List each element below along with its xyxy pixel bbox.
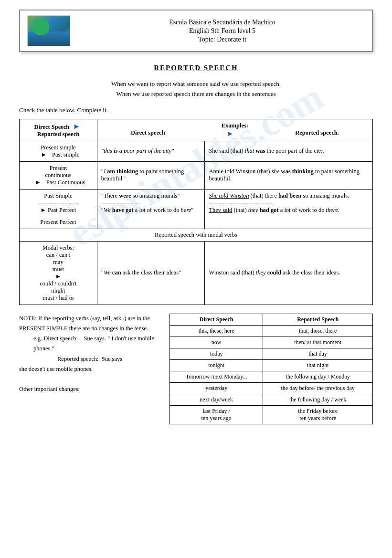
changes-table-row: tonightthat night [170,359,373,371]
changes-header-row: Direct Speech Reported Speech [170,314,373,325]
changes-table-row: this, these, herethat, those, there [170,325,373,337]
arrow-icon-1: ► [73,122,80,131]
changes-row-direct: yesterday [170,382,263,394]
modal-header-cell: Reported speech with modal verbs [20,229,373,241]
intro-text: When we want to report what someone said… [19,79,373,99]
eg-direct: e.g. Direct speech: Sue says. " I don't … [33,334,162,354]
modal-direct: Modal verbs: can / can't may must ► coul… [20,241,97,305]
changes-row-reported: that night [263,359,373,371]
modal-row: Modal verbs: can / can't may must ► coul… [20,241,373,305]
row2-ex-reported: Annie told Winston (that) she was thinki… [205,161,373,189]
row3-ex-reported: She told Winston (that) there had been s… [205,189,373,229]
note-right: Direct Speech Reported Speech this, thes… [170,314,373,424]
changes-table: Direct Speech Reported Speech this, thes… [170,314,373,424]
examples-header-cell: Examples: Direct speech ► Reported speec… [97,119,372,141]
course-name: English 9th Form level 5 [80,27,365,35]
changes-row-direct: Tomorrow /next Monday... [170,371,263,382]
note-left: NOTE: If the reporting verbs (say, tell,… [19,314,162,424]
changes-row-reported: the following day / week [263,394,373,405]
eg-reported: Reported speech: Sue says [57,354,162,364]
row2-ex-direct: "I am thinking to paint something beauti… [97,161,205,189]
row1-ex-reported: She said (that) that was the poor part o… [205,141,373,161]
changes-table-row: next day/weekthe following day / week [170,394,373,405]
note-section: NOTE: If the reporting verbs (say, tell,… [19,314,373,424]
other-changes-label: Other important changes: [19,384,162,394]
topic: Topic: Decorate it [80,36,365,43]
changes-row-direct: now [170,337,263,348]
col-direct-header: Direct Speech ► Reported speech [20,119,97,141]
changes-row-direct: this, these, here [170,325,263,337]
check-instruction: Check the table below. Complete it. [19,106,373,114]
intro-line1: When we want to report what someone said… [19,79,373,89]
table-row-1: Present simple ► Past simple "this is a … [20,141,373,161]
arrow-icon-2: ► [226,129,234,138]
changes-row-reported: then/ at that moment [263,337,373,348]
changes-row-direct: today [170,348,263,359]
header-box: Escola Básica e Secundária de Machico En… [19,10,373,52]
changes-col1-header: Direct Speech [170,314,263,325]
row2-direct: Present continuous ► Past Continuous [20,161,97,189]
changes-row-direct: next day/week [170,394,263,405]
changes-row-reported: that, those, there [263,325,373,337]
table-row-3: Past Simple -------------------- ► Past … [20,189,373,229]
school-name: Escola Básica e Secundária de Machico [80,19,365,26]
note-text: NOTE: If the reporting verbs (say, tell,… [19,314,162,334]
modal-ex-reported: Winston said (that) they could ask the c… [205,241,373,305]
changes-table-row: yesterdaythe day before/ the previous da… [170,382,373,394]
changes-table-row: todaythat day [170,348,373,359]
row1-direct: Present simple ► Past simple [20,141,97,161]
changes-table-row: Tomorrow /next Monday...the following da… [170,371,373,382]
changes-row-reported: the Friday before ten years before [263,405,373,424]
header-image [27,15,70,46]
row1-ex-direct: "this is a poor part of the city" [97,141,205,161]
changes-row-direct: tonight [170,359,263,371]
modal-ex-direct: "We can ask the class their ideas" [97,241,205,305]
changes-row-reported: the day before/ the previous day [263,382,373,394]
changes-row-reported: that day [263,348,373,359]
row3-direct: Past Simple -------------------- ► Past … [20,189,97,229]
changes-row-direct: last Friday / ten years ago [170,405,263,424]
changes-row-reported: the following day / Monday [263,371,373,382]
changes-col2-header: Reported Speech [263,314,373,325]
eg-reported-continued: she doesn't use mobile phones. [19,364,162,374]
header-text: Escola Básica e Secundária de Machico En… [80,18,365,44]
grammar-table: Direct Speech ► Reported speech Examples… [19,119,373,305]
table-header-row: Direct Speech ► Reported speech Examples… [20,119,373,141]
modal-header-row: Reported speech with modal verbs [20,229,373,241]
changes-table-row: nowthen/ at that moment [170,337,373,348]
row3-ex-direct: "There were so amazing murals" ---------… [97,189,205,229]
page-title: REPORTED SPEECH [19,64,373,72]
table-row-2: Present continuous ► Past Continuous "I … [20,161,373,189]
note-label: NOTE: [19,315,37,322]
intro-line2: When we use reported speech there are ch… [19,89,373,99]
changes-table-row: last Friday / ten years agothe Friday be… [170,405,373,424]
